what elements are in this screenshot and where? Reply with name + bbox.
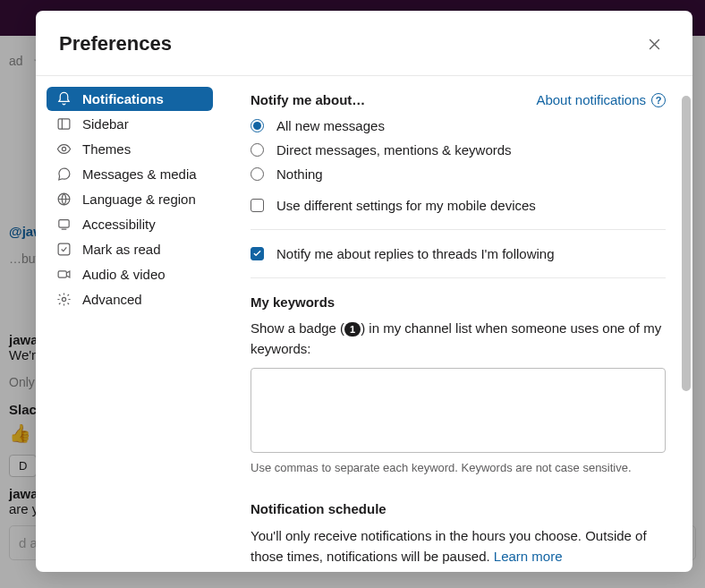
close-icon	[647, 37, 662, 52]
checkbox-thread-replies[interactable]: Notify me about replies to threads I'm f…	[251, 246, 666, 261]
scrollbar-thumb[interactable]	[682, 96, 691, 391]
sidebar-item-messages-media[interactable]: Messages & media	[47, 162, 213, 186]
eye-icon	[55, 141, 72, 157]
checkbox-mobile-settings[interactable]: Use different settings for my mobile dev…	[251, 198, 666, 213]
sidebar-item-advanced[interactable]: Advanced	[47, 287, 213, 311]
sidebar-item-label: Notifications	[82, 91, 164, 107]
radio-icon	[251, 167, 264, 181]
learn-more-link[interactable]: Learn more	[494, 549, 563, 564]
checkbox-label: Notify me about replies to threads I'm f…	[276, 246, 555, 261]
preferences-content[interactable]: Notify me about… About notifications ? A…	[224, 76, 692, 566]
radio-label: Nothing	[276, 166, 323, 182]
modal-title: Preferences	[59, 32, 172, 55]
checkbox-label: Use different settings for my mobile dev…	[276, 198, 536, 213]
radio-label: All new messages	[276, 118, 385, 133]
svg-rect-5	[58, 243, 70, 255]
chat-icon	[55, 166, 72, 182]
divider	[251, 229, 666, 230]
keywords-hint: Use commas to separate each keyword. Key…	[251, 461, 666, 474]
sidebar-item-label: Sidebar	[82, 116, 129, 132]
preferences-sidebar: Notifications Sidebar Themes Messages & …	[36, 76, 224, 566]
svg-rect-6	[58, 271, 66, 277]
sidebar-item-mark-as-read[interactable]: Mark as read	[47, 237, 213, 261]
sidebar-item-sidebar[interactable]: Sidebar	[47, 112, 213, 136]
preferences-modal: Preferences Notifications Sidebar Themes…	[36, 11, 692, 566]
checkbox-icon	[251, 199, 264, 212]
radio-direct-messages[interactable]: Direct messages, mentions & keywords	[251, 142, 666, 158]
keywords-description: Show a badge (1) in my channel list when…	[251, 319, 666, 359]
gear-icon	[55, 292, 72, 307]
sidebar-item-notifications[interactable]: Notifications	[47, 87, 213, 111]
sidebar-item-label: Audio & video	[82, 267, 166, 282]
sidebar-item-label: Advanced	[82, 292, 142, 307]
sidebar-item-label: Language & region	[82, 192, 196, 207]
schedule-heading: Notification schedule	[251, 501, 666, 516]
sidebar-item-accessibility[interactable]: Accessibility	[47, 212, 213, 236]
about-notifications-link[interactable]: About notifications ?	[536, 92, 666, 107]
divider	[251, 277, 666, 278]
sidebar-item-audio-video[interactable]: Audio & video	[47, 262, 213, 286]
svg-point-7	[62, 297, 65, 301]
accessibility-icon	[55, 217, 72, 232]
keywords-input[interactable]	[251, 368, 666, 453]
check-icon	[55, 242, 72, 257]
schedule-description: You'll only receive notifications in the…	[251, 525, 666, 566]
badge-icon: 1	[344, 322, 361, 337]
camera-icon	[55, 267, 72, 282]
svg-point-2	[62, 147, 65, 150]
sidebar-item-label: Themes	[82, 141, 131, 157]
sidebar-item-language-region[interactable]: Language & region	[47, 187, 213, 211]
radio-icon	[251, 119, 264, 132]
sidebar-item-label: Messages & media	[82, 166, 197, 182]
sidebar-item-themes[interactable]: Themes	[47, 137, 213, 161]
question-icon: ?	[651, 93, 666, 107]
keywords-heading: My keywords	[251, 294, 666, 310]
radio-nothing[interactable]: Nothing	[251, 166, 666, 182]
sidebar-icon	[55, 116, 72, 132]
radio-all-messages[interactable]: All new messages	[251, 118, 666, 133]
bell-icon	[55, 91, 72, 107]
sidebar-item-label: Accessibility	[82, 217, 156, 232]
close-button[interactable]	[639, 29, 669, 59]
svg-rect-4	[58, 220, 68, 228]
radio-label: Direct messages, mentions & keywords	[276, 142, 512, 158]
radio-icon	[251, 143, 264, 157]
globe-icon	[55, 192, 72, 207]
svg-rect-0	[58, 119, 70, 129]
sidebar-item-label: Mark as read	[82, 242, 161, 257]
checkbox-icon	[251, 247, 264, 260]
notify-heading: Notify me about…	[251, 92, 365, 107]
